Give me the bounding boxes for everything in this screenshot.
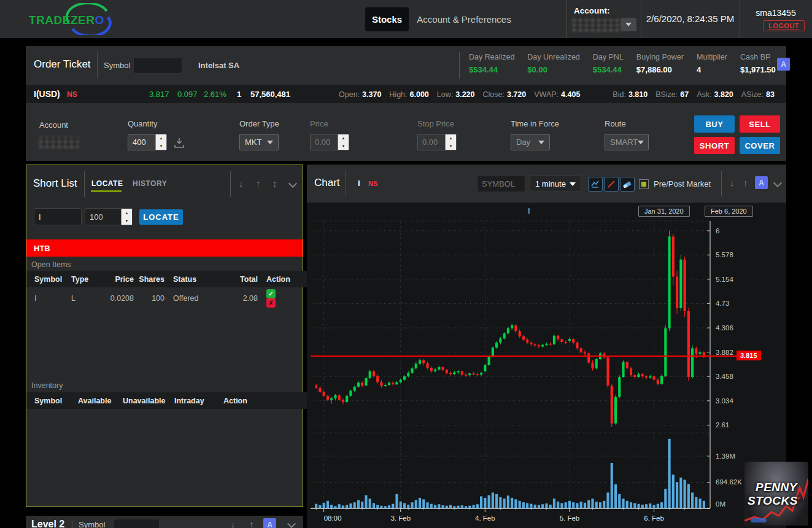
- spinner-buttons[interactable]: ▲▼: [155, 134, 166, 150]
- arrow-up-icon[interactable]: ↑: [249, 519, 254, 528]
- ticker-low: Low:3.220: [437, 90, 475, 99]
- red-trend-line: [744, 462, 808, 526]
- arrow-updown-icon[interactable]: ↕: [273, 179, 277, 188]
- spinner-buttons[interactable]: ▲▼: [338, 134, 349, 150]
- order-type-label: Order Type: [239, 119, 279, 128]
- svg-text:6. Feb: 6. Feb: [644, 514, 664, 522]
- prepost-market-checkbox[interactable]: [639, 179, 649, 189]
- cover-button[interactable]: COVER: [740, 137, 780, 154]
- svg-text:3. Feb: 3. Feb: [390, 514, 411, 522]
- spinner-buttons[interactable]: ▲▼: [121, 209, 132, 225]
- order-ticket-panel: Order Ticket Symbol Intelsat SA Day Real…: [26, 46, 786, 161]
- chevron-down-icon[interactable]: [287, 519, 296, 528]
- chevron-down-icon[interactable]: [288, 179, 297, 188]
- account-selector-redacted[interactable]: [573, 18, 619, 31]
- arrow-down-icon[interactable]: ↓: [231, 519, 236, 528]
- ticker-change: 0.097: [177, 90, 198, 99]
- symbol-input[interactable]: [133, 57, 182, 74]
- svg-text:6: 6: [716, 227, 719, 235]
- time-in-force-label: Time in Force: [511, 119, 559, 128]
- tradezero-logo: TRADEZERO: [27, 3, 119, 35]
- price-label: Price: [310, 119, 328, 128]
- anchor-badge[interactable]: A: [777, 58, 790, 71]
- route-dropdown[interactable]: SMART: [605, 134, 649, 150]
- save-quantity-icon[interactable]: [173, 137, 185, 149]
- spinner-buttons[interactable]: ▲▼: [445, 134, 456, 150]
- trend-line-tool-icon[interactable]: [604, 177, 619, 192]
- short-button[interactable]: SHORT: [694, 137, 735, 154]
- header-divider: [721, 171, 722, 196]
- anchor-badge[interactable]: A: [755, 176, 768, 189]
- locate-quantity-stepper[interactable]: 100 ▲▼: [85, 208, 133, 225]
- arrow-down-icon[interactable]: ↓: [239, 179, 244, 188]
- open-items-label: Open Items: [31, 260, 71, 269]
- stat-day-realized: Day Realized $534.44: [469, 53, 514, 74]
- chevron-down-icon: [538, 141, 544, 144]
- quantity-label: Quantity: [128, 119, 157, 128]
- logout-button[interactable]: LOGOUT: [763, 20, 805, 31]
- account-dropdown-button[interactable]: [621, 18, 636, 31]
- level2-symbol-input[interactable]: [114, 519, 160, 528]
- chevron-down-icon: [570, 182, 576, 186]
- svg-text:694.62K: 694.62K: [716, 478, 742, 486]
- inventory-header: Symbol Available Unavailable Intraday Ac…: [26, 392, 311, 409]
- chevron-down-icon: [638, 141, 644, 144]
- header-divider: [97, 52, 98, 79]
- price-chart[interactable]: 65.5785.1544.734.3063.8823.4583.0342.611…: [307, 203, 786, 528]
- tab-stocks[interactable]: Stocks: [365, 7, 409, 31]
- buy-button[interactable]: BUY: [694, 115, 735, 133]
- ticker-high: High:6.000: [389, 90, 428, 99]
- ticker-asize: ASize:83: [741, 90, 775, 99]
- tab-locate[interactable]: LOCATE: [91, 179, 123, 188]
- tab-history[interactable]: HISTORY: [133, 179, 167, 188]
- htb-status-bar: HTB: [26, 239, 303, 257]
- time-in-force-dropdown[interactable]: Day: [511, 134, 550, 150]
- svg-text:3.034: 3.034: [716, 397, 733, 405]
- chevron-down-icon[interactable]: [773, 179, 782, 187]
- badge-divider: [770, 52, 770, 79]
- order-ticket-title: Order Ticket: [34, 58, 91, 71]
- line-chart-tool-icon[interactable]: [588, 177, 603, 192]
- short-list-title: Short List: [33, 177, 77, 190]
- svg-text:4.73: 4.73: [716, 300, 729, 307]
- chart-symbol-input[interactable]: [477, 176, 525, 192]
- sell-button[interactable]: SELL: [740, 115, 780, 133]
- arrow-down-icon[interactable]: ↓: [730, 178, 735, 187]
- eraser-tool-icon[interactable]: [620, 177, 635, 192]
- inventory-label: Inventory: [31, 381, 63, 390]
- date-range-end[interactable]: Feb 6, 2020: [705, 206, 753, 217]
- ticker-volume: 57,560,481: [250, 90, 290, 99]
- tab-account-preferences[interactable]: Account & Preferences: [415, 7, 513, 31]
- top-bar: TRADEZERO Stocks Account & Preferences A…: [0, 0, 812, 38]
- date-range-start[interactable]: Jan 31, 2020: [638, 206, 690, 217]
- stats-divider: [459, 52, 460, 79]
- stat-day-unrealized: Day Unrealized $0.00: [527, 53, 579, 74]
- watermark-suffix: FT: [798, 495, 805, 502]
- ticker-open: Open:3.370: [339, 90, 381, 99]
- locate-symbol-input[interactable]: [34, 208, 82, 225]
- arrow-up-icon[interactable]: ↑: [256, 179, 261, 188]
- account-label: Account:: [574, 6, 610, 15]
- short-list-panel: Short List LOCATE HISTORY ↓ ↑ ↕ 100 ▲▼ L…: [26, 165, 303, 507]
- ticker-fields: Open:3.370 High:6.000 Low:3.220 Close:3.…: [339, 85, 775, 103]
- interval-dropdown[interactable]: 1 minute: [530, 176, 581, 192]
- cancel-locate-icon[interactable]: ✗: [266, 298, 276, 308]
- stop-price-stepper[interactable]: 0.00 ▲▼: [417, 134, 457, 150]
- open-items-row[interactable]: I L 0.0208 100 Offered 2.08 ✓✗: [26, 289, 311, 305]
- chart-panel: Chart I NS 1 minute Pre/Post Market ↓ ↑ …: [307, 165, 786, 528]
- ticker-ask: Ask:3.820: [697, 90, 733, 99]
- ticker-close: Close:3.720: [483, 90, 527, 99]
- level2-symbol-label: Symbol: [79, 520, 105, 528]
- svg-text:2.61: 2.61: [716, 421, 729, 429]
- stop-price-label: Stop Price: [417, 119, 454, 128]
- price-stepper[interactable]: 0.00 ▲▼: [310, 134, 349, 150]
- order-type-dropdown[interactable]: MKT: [239, 134, 279, 150]
- quantity-stepper[interactable]: 400 ▲▼: [128, 134, 167, 150]
- accept-locate-icon[interactable]: ✓: [266, 289, 276, 298]
- locate-button[interactable]: LOCATE: [139, 209, 183, 225]
- username: sma13455: [740, 8, 812, 18]
- logo-text-green: TRADEZER: [29, 14, 95, 26]
- arrow-up-icon[interactable]: ↑: [743, 178, 748, 187]
- anchor-badge[interactable]: A: [263, 518, 276, 528]
- current-price-tag: 3.815: [737, 351, 761, 360]
